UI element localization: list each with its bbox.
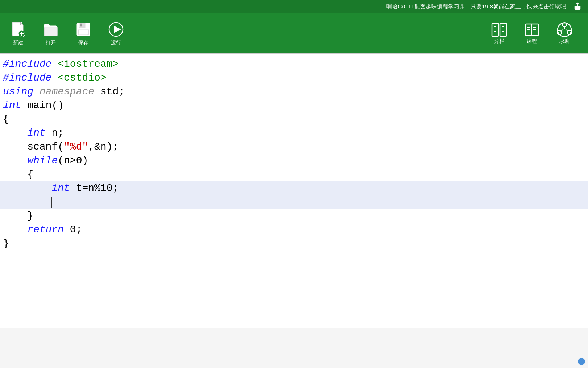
help-button[interactable]: 求助 — [555, 21, 573, 45]
code-line-10: int t=n%10; — [0, 181, 588, 195]
code-line-12: } — [0, 209, 588, 223]
code-line-5: { — [0, 113, 588, 126]
share-icon[interactable] — [573, 2, 581, 10]
svg-line-34 — [561, 30, 563, 31]
svg-rect-6 — [44, 27, 57, 36]
left-edge-button[interactable] — [0, 24, 5, 42]
svg-marker-13 — [114, 26, 121, 33]
include-path-2: <cstdio> — [58, 71, 106, 85]
code-line-6: int n; — [0, 126, 588, 140]
run-label: 运行 — [111, 40, 121, 46]
course-icon — [523, 21, 540, 38]
split-button[interactable]: 分栏 — [490, 21, 508, 45]
svg-rect-14 — [492, 23, 498, 36]
run-button[interactable]: 运行 — [105, 20, 127, 46]
open-button[interactable]: 打开 — [40, 20, 62, 46]
new-button[interactable]: 新建 — [7, 20, 29, 46]
code-line-11 — [0, 195, 588, 209]
code-line-13: return 0; — [0, 223, 588, 237]
save-button[interactable]: 保存 — [73, 20, 94, 46]
code-line-7: scanf( "%d" ,&n); — [0, 140, 588, 154]
open-icon — [42, 20, 60, 39]
code-line-14: } — [0, 237, 588, 250]
keyword-include-1: #include — [3, 57, 51, 71]
svg-rect-9 — [80, 23, 82, 27]
toolbar: 新建 打开 — [0, 13, 588, 53]
bottom-area: -- — [0, 328, 588, 368]
banner-text[interactable]: 啊哈C/C++配套趣味编程学习课，只要19.8就能在家上，快来点击领取吧 — [386, 3, 566, 10]
top-banner: 啊哈C/C++配套趣味编程学习课，只要19.8就能在家上，快来点击领取吧 — [0, 0, 588, 13]
svg-rect-15 — [500, 23, 506, 36]
toolbar-left: 新建 打开 — [7, 20, 490, 46]
keyword-int-t: int — [51, 181, 70, 195]
keyword-namespace: namespace — [40, 85, 94, 99]
course-button[interactable]: 课程 — [523, 21, 541, 45]
code-line-4: int main() — [0, 99, 588, 113]
code-line-9: { — [0, 168, 588, 181]
code-line-2: #include <cstdio> — [0, 71, 588, 85]
code-editor[interactable]: #include <iostream> #include <cstdio> us… — [0, 54, 588, 308]
scroll-indicator[interactable] — [578, 358, 585, 365]
svg-line-35 — [566, 30, 568, 31]
course-label: 课程 — [527, 38, 537, 45]
keyword-while: while — [27, 154, 58, 168]
run-icon — [107, 20, 125, 39]
text-cursor — [51, 197, 52, 208]
split-icon — [491, 21, 508, 38]
keyword-return: return — [27, 223, 64, 237]
svg-rect-11 — [79, 30, 88, 34]
string-format: "%d" — [64, 140, 88, 154]
keyword-int-n: int — [27, 126, 45, 140]
code-line-3: using namespace std; — [0, 85, 588, 99]
bottom-text: -- — [7, 344, 17, 353]
keyword-using: using — [3, 85, 33, 99]
help-icon — [556, 21, 573, 38]
new-icon — [9, 20, 27, 39]
new-label: 新建 — [13, 40, 23, 46]
include-path-1: <iostream> — [58, 57, 119, 71]
save-label: 保存 — [78, 40, 88, 46]
toolbar-right: 分栏 课程 — [490, 21, 573, 45]
save-icon — [74, 20, 92, 39]
code-line-1: #include <iostream> — [0, 57, 588, 71]
help-label: 求助 — [559, 38, 570, 45]
keyword-int-main: int — [3, 99, 21, 113]
keyword-include-2: #include — [3, 71, 51, 85]
open-label: 打开 — [46, 40, 56, 46]
code-line-8: while (n>0) — [0, 154, 588, 168]
split-label: 分栏 — [494, 38, 504, 45]
